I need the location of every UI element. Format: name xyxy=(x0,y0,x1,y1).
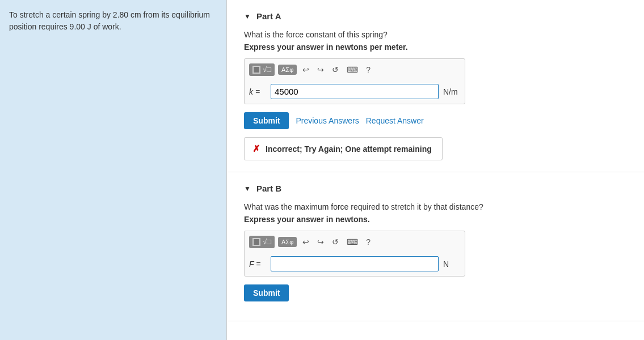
part-a-undo-button[interactable]: ↩ xyxy=(300,64,312,75)
part-b-undo-button[interactable]: ↩ xyxy=(300,236,312,248)
part-a-question: What is the force constant of this sprin… xyxy=(244,30,627,39)
problem-description-panel: To stretch a certain spring by 2.80 cm f… xyxy=(0,0,227,340)
part-a-keyboard-button[interactable]: ⌨ xyxy=(344,64,360,75)
part-b-section: ▼ Part B What was the maximum force requ… xyxy=(227,172,644,321)
part-b-formula-button[interactable]: ΑΣφ xyxy=(278,237,297,247)
answer-panel: ▼ Part A What is the force constant of t… xyxy=(227,0,644,340)
part-b-instruction: Express your answer in newtons. xyxy=(244,215,627,224)
part-b-question: What was the maximum force required to s… xyxy=(244,202,627,211)
part-a-help-button[interactable]: ? xyxy=(364,64,373,75)
part-b-unit: N xyxy=(443,260,460,269)
part-b-redo-button[interactable]: ↪ xyxy=(315,236,326,248)
feedback-text: Incorrect; Try Again; One attempt remain… xyxy=(266,144,432,154)
part-a-unit: N/m xyxy=(443,87,460,96)
part-b-toolbar: √□ ΑΣφ ↩ ↪ ↺ ⌨ ? xyxy=(249,236,460,252)
part-a-submit-button[interactable]: Submit xyxy=(244,112,289,129)
feedback-error-icon: ✗ xyxy=(252,143,260,154)
part-b-answer-box: √□ ΑΣφ ↩ ↪ ↺ ⌨ ? xyxy=(244,231,465,277)
part-a-request-answer-link[interactable]: Request Answer xyxy=(366,116,424,125)
part-b-answer-input[interactable] xyxy=(271,256,439,271)
part-b-help-button[interactable]: ? xyxy=(364,236,373,248)
part-a-redo-button[interactable]: ↪ xyxy=(315,64,326,75)
part-a-input-label: k = xyxy=(249,87,266,96)
part-b-input-label: F = xyxy=(249,260,266,269)
part-a-title: Part A xyxy=(256,11,281,21)
square-icon xyxy=(252,66,260,74)
part-a-previous-answers-link[interactable]: Previous Answers xyxy=(296,116,359,125)
radical-icon: √□ xyxy=(263,65,271,74)
part-a-collapse-arrow[interactable]: ▼ xyxy=(244,12,251,20)
part-b-collapse-arrow[interactable]: ▼ xyxy=(244,185,251,193)
part-b-header: ▼ Part B xyxy=(244,184,627,193)
radical-icon-b: √□ xyxy=(263,237,271,246)
part-a-header: ▼ Part A xyxy=(244,11,627,21)
square-icon-b xyxy=(252,238,260,246)
part-a-toolbar: √□ ΑΣφ ↩ ↪ ↺ ⌨ ? xyxy=(249,63,460,79)
part-b-input-row: F = N xyxy=(249,256,460,271)
part-a-answer-box: √□ ΑΣφ ↩ ↪ ↺ ⌨ ? xyxy=(244,58,465,104)
problem-text: To stretch a certain spring by 2.80 cm f… xyxy=(9,9,217,33)
part-a-template-button[interactable]: √□ xyxy=(249,63,275,76)
part-b-refresh-button[interactable]: ↺ xyxy=(330,236,341,248)
part-a-instruction: Express your answer in newtons per meter… xyxy=(244,42,627,52)
part-a-formula-button[interactable]: ΑΣφ xyxy=(278,65,297,75)
part-b-title: Part B xyxy=(256,184,281,193)
part-a-answer-input[interactable] xyxy=(271,84,439,99)
part-a-input-row: k = N/m xyxy=(249,84,460,99)
part-a-feedback-box: ✗ Incorrect; Try Again; One attempt rema… xyxy=(244,137,443,160)
part-b-keyboard-button[interactable]: ⌨ xyxy=(344,236,360,248)
part-b-template-button[interactable]: √□ xyxy=(249,236,275,248)
part-b-submit-button[interactable]: Submit xyxy=(244,284,289,301)
part-a-section: ▼ Part A What is the force constant of t… xyxy=(227,0,644,172)
part-a-action-row: Submit Previous Answers Request Answer xyxy=(244,112,627,129)
part-a-refresh-button[interactable]: ↺ xyxy=(330,64,341,75)
part-b-action-row: Submit xyxy=(244,284,627,301)
